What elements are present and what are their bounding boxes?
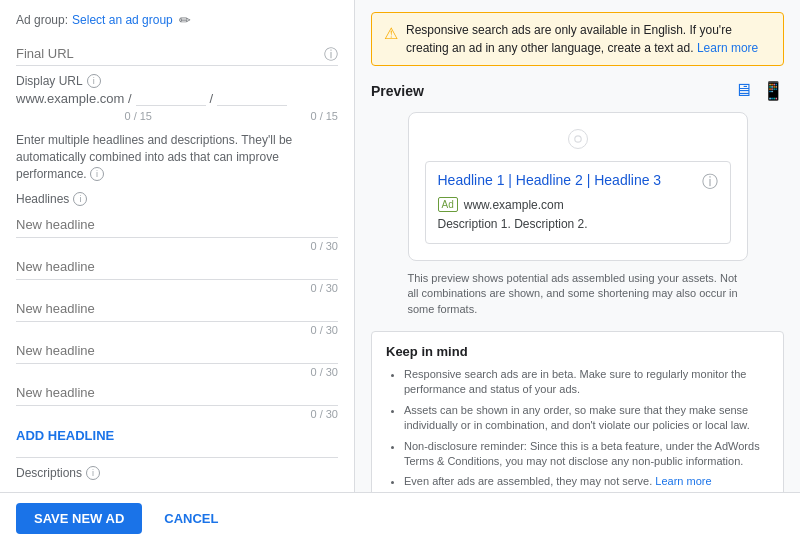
ad-display-url: www.example.com [464, 198, 564, 212]
ad-headline-row: Headline 1 | Headline 2 | Headline 3 ⓘ [438, 172, 718, 193]
keep-in-mind-title: Keep in mind [386, 344, 769, 359]
ad-headline-text: Headline 1 | Headline 2 | Headline 3 [438, 172, 662, 188]
save-new-ad-button[interactable]: SAVE NEW AD [16, 503, 142, 534]
desktop-icon[interactable]: 🖥 [734, 80, 752, 102]
warning-icon: ⚠ [384, 22, 398, 46]
display-url-label: Display URL i [16, 74, 338, 88]
headline-4-count: 0 / 30 [16, 366, 338, 378]
headlines-info-icon[interactable]: i [73, 192, 87, 206]
display-url-path1[interactable] [136, 90, 206, 106]
ad-badge: Ad [438, 197, 458, 212]
ad-group-select[interactable]: Select an ad group [72, 13, 173, 27]
headline-3-input[interactable] [16, 296, 338, 322]
preview-note: This preview shows potential ads assembl… [408, 271, 748, 317]
descriptions-section-label: Descriptions i [16, 466, 338, 480]
ad-group-row: Ad group: Select an ad group ✏ [16, 12, 338, 28]
headline-3-wrap [16, 296, 338, 322]
display-url-info-icon[interactable]: i [87, 74, 101, 88]
footer: SAVE NEW AD CANCEL [0, 492, 800, 544]
headline-1-input[interactable] [16, 212, 338, 238]
keep-in-mind-item-4: Even after ads are assembled, they may n… [404, 474, 769, 489]
headline-5-count: 0 / 30 [16, 408, 338, 420]
keep-in-mind-section: Keep in mind Responsive search ads are i… [371, 331, 784, 492]
ad-label-row: Ad www.example.com [438, 197, 718, 212]
keep-in-mind-item-3: Non-disclosure reminder: Since this is a… [404, 439, 769, 470]
hint-info-icon[interactable]: i [90, 167, 104, 181]
url-bar-circle [568, 129, 588, 149]
display-url-field: Display URL i www.example.com / / 0 / 15… [16, 74, 338, 124]
right-panel: ⚠ Responsive search ads are only availab… [355, 0, 800, 492]
keep-in-mind-item-2: Assets can be shown in any order, so mak… [404, 403, 769, 434]
ad-group-label: Ad group: [16, 13, 68, 27]
display-url-row: www.example.com / / [16, 90, 338, 106]
final-url-info-icon[interactable]: ⓘ [324, 46, 338, 64]
warning-learn-more-link[interactable]: Learn more [697, 41, 758, 55]
final-url-input[interactable] [16, 42, 338, 66]
headline-3-count: 0 / 30 [16, 324, 338, 336]
description-1-wrap [16, 486, 338, 492]
keep-in-mind-list: Responsive search ads are in beta. Make … [386, 367, 769, 490]
preview-header: Preview 🖥 📱 [371, 80, 784, 102]
preview-title: Preview [371, 83, 424, 99]
device-icons: 🖥 📱 [734, 80, 784, 102]
warning-text: Responsive search ads are only available… [406, 21, 771, 57]
headlines-section-label: Headlines i [16, 192, 338, 206]
headline-2-wrap [16, 254, 338, 280]
descriptions-info-icon[interactable]: i [86, 466, 100, 480]
headline-4-wrap [16, 338, 338, 364]
edit-icon[interactable]: ✏ [179, 12, 191, 28]
ad-info-icon[interactable]: ⓘ [702, 172, 718, 193]
ad-preview-inner: Headline 1 | Headline 2 | Headline 3 ⓘ A… [425, 161, 731, 244]
headline-5-input[interactable] [16, 380, 338, 406]
headline-5-wrap [16, 380, 338, 406]
display-url-base: www.example.com / [16, 91, 132, 106]
description-1-input[interactable] [16, 486, 338, 492]
headline-4-input[interactable] [16, 338, 338, 364]
url-bar [425, 129, 731, 149]
warning-banner: ⚠ Responsive search ads are only availab… [371, 12, 784, 66]
cancel-button[interactable]: CANCEL [154, 503, 228, 534]
display-url-slash: / [210, 91, 214, 106]
keep-in-mind-learn-more-link[interactable]: Learn more [655, 475, 711, 487]
path1-count: 0 / 15 [16, 110, 152, 122]
display-url-path2[interactable] [217, 90, 287, 106]
add-headline-link[interactable]: ADD HEADLINE [16, 422, 338, 449]
headline-2-input[interactable] [16, 254, 338, 280]
hint-text: Enter multiple headlines and description… [16, 132, 338, 182]
preview-section: Preview 🖥 📱 Headline 1 | Headlin [371, 80, 784, 317]
headline-1-wrap [16, 212, 338, 238]
mobile-icon[interactable]: 📱 [762, 80, 784, 102]
headline-2-count: 0 / 30 [16, 282, 338, 294]
ad-preview-card: Headline 1 | Headline 2 | Headline 3 ⓘ A… [408, 112, 748, 261]
left-panel: Ad group: Select an ad group ✏ ⓘ Display… [0, 0, 355, 492]
path2-count: 0 / 15 [202, 110, 338, 122]
headline-1-count: 0 / 30 [16, 240, 338, 252]
keep-in-mind-item-1: Responsive search ads are in beta. Make … [404, 367, 769, 398]
ad-description: Description 1. Description 2. [438, 216, 718, 233]
svg-point-0 [574, 136, 580, 142]
final-url-field: ⓘ [16, 42, 338, 66]
